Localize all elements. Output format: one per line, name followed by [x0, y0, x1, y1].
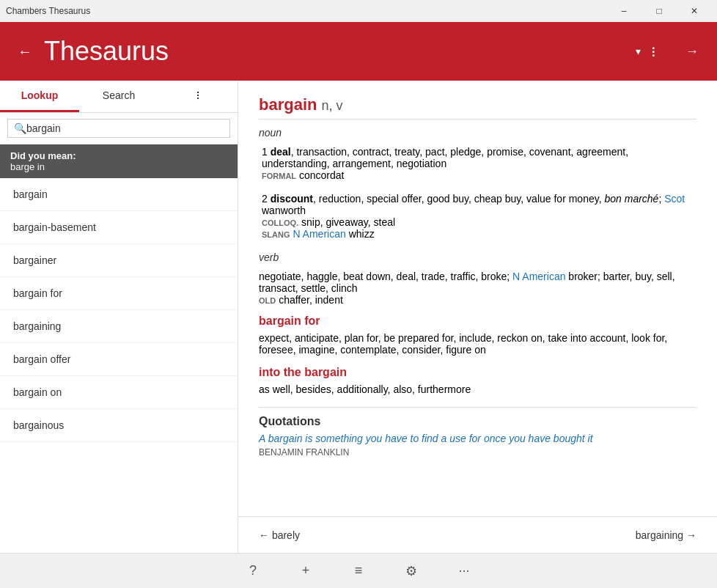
into-the-bargain-text: as well, besides, additionally, also, fu… — [259, 383, 696, 395]
content-panel: bargain n, v noun 1 deal, transaction, c… — [238, 81, 717, 553]
search-icon: 🔍 — [14, 122, 26, 134]
def1-text: , transaction, contract, treaty, pact, p… — [262, 146, 628, 169]
def2-slang-text: whizz — [349, 228, 375, 240]
nav-prev[interactable]: ← barely — [259, 529, 300, 541]
bargain-for-title: bargain for — [259, 315, 696, 328]
formal-label: FORMAL — [262, 172, 296, 180]
definition-1: 1 deal, transaction, contract, treaty, p… — [259, 146, 696, 181]
list-button[interactable]: ≡ — [344, 556, 373, 586]
tab-search-label: Search — [103, 89, 135, 101]
footer-toolbar: ? + ≡ ⚙ ··· — [0, 553, 717, 588]
forward-button[interactable]: → — [679, 38, 705, 65]
into-the-bargain-section: into the bargain as well, besides, addit… — [259, 366, 696, 395]
def1-formal-text: concordat — [299, 169, 344, 181]
bottom-navigation: ← barely bargaining → — [238, 516, 717, 553]
did-you-mean-label: Did you mean: — [10, 150, 227, 161]
def2-text: , reduction, special offer, good buy, ch… — [313, 193, 602, 205]
titlebar: Chambers Thesaurus – □ ✕ — [0, 0, 717, 22]
def2-scot-text: wanworth — [262, 205, 306, 216]
window-controls: – □ ✕ — [607, 0, 711, 22]
def2-number: 2 — [262, 193, 268, 205]
slang-label: SLANG — [262, 230, 290, 239]
list-item[interactable]: bargainer — [0, 244, 238, 277]
header-right-actions: ⫶ → — [641, 38, 705, 65]
scot-link[interactable]: Scot — [664, 193, 685, 205]
app-title-header: Thesaurus — [44, 36, 633, 67]
minimize-button[interactable]: – — [607, 0, 641, 22]
nav-next[interactable]: bargaining → — [636, 529, 696, 541]
verb-section: verb negotiate, haggle, beat down, deal,… — [259, 251, 696, 306]
more-button[interactable]: ··· — [449, 556, 479, 586]
list-item[interactable]: bargain-basement — [0, 211, 238, 244]
library-icon: ⫶ — [650, 43, 658, 60]
def2-bold-word: discount — [271, 193, 313, 205]
app-header: ← Thesaurus ▾ ⫶ → — [0, 22, 717, 81]
def1-bold-word: deal — [271, 146, 291, 158]
sidebar-tabs: Lookup Search ⫶ — [0, 81, 238, 113]
noun-label: noun — [259, 127, 696, 139]
entry-pos: n, v — [322, 98, 343, 113]
quotation-divider — [259, 407, 696, 408]
verb-old-text: chaffer, indent — [279, 294, 343, 306]
app-title: Chambers Thesaurus — [6, 6, 90, 16]
entry-content: bargain n, v noun 1 deal, transaction, c… — [238, 81, 717, 516]
library-button[interactable]: ⫶ — [641, 38, 667, 65]
definition-2: 2 discount, reduction, special offer, go… — [259, 193, 696, 240]
list-item[interactable]: bargain — [0, 178, 238, 211]
library-tab-icon: ⫶ — [195, 89, 201, 102]
dropdown-icon[interactable]: ▾ — [636, 45, 641, 57]
into-the-bargain-title: into the bargain — [259, 366, 696, 379]
tab-lookup[interactable]: Lookup — [0, 81, 79, 112]
quotations-section: Quotations A bargain is something you ha… — [259, 407, 696, 457]
colloq-label: COLLOQ. — [262, 218, 298, 227]
search-input[interactable] — [26, 122, 224, 134]
verb-text: negotiate, haggle, beat down, deal, trad… — [259, 271, 696, 306]
list-item[interactable]: bargain on — [0, 376, 238, 409]
list-item[interactable]: bargainous — [0, 409, 238, 442]
search-box: 🔍 — [0, 113, 238, 144]
suggestion-list: bargain bargain-basement bargainer barga… — [0, 178, 238, 553]
search-input-wrapper: 🔍 — [7, 119, 230, 138]
divider — [259, 119, 696, 120]
main-area: Lookup Search ⫶ 🔍 Did you mean: barge in… — [0, 81, 717, 553]
n-american-verb: N American — [512, 271, 565, 282]
add-button[interactable]: + — [291, 556, 320, 586]
quotations-title: Quotations — [259, 415, 696, 428]
quotation-author: Benjamin Franklin — [259, 447, 696, 457]
help-button[interactable]: ? — [238, 556, 268, 586]
old-label: OLD — [259, 296, 276, 305]
quotation-text: A bargain is something you have to find … — [259, 433, 696, 444]
did-you-mean-section: Did you mean: barge in — [0, 144, 238, 178]
settings-button[interactable]: ⚙ — [397, 556, 426, 586]
bargain-for-text: expect, anticipate, plan for, be prepare… — [259, 332, 696, 356]
tab-search[interactable]: Search — [79, 81, 158, 112]
verb-label: verb — [259, 251, 696, 263]
list-item[interactable]: bargain for — [0, 277, 238, 310]
back-button[interactable]: ← — [12, 38, 38, 65]
n-american-slang: N American — [293, 228, 345, 240]
maximize-button[interactable]: □ — [642, 0, 676, 22]
def2-italic: bon marché — [604, 193, 658, 205]
list-item[interactable]: bargain offer — [0, 343, 238, 376]
entry-title: bargain n, v — [259, 95, 696, 114]
did-you-mean-item[interactable]: barge in — [10, 161, 227, 172]
sidebar: Lookup Search ⫶ 🔍 Did you mean: barge in… — [0, 81, 238, 553]
list-item[interactable]: bargaining — [0, 310, 238, 343]
bargain-for-section: bargain for expect, anticipate, plan for… — [259, 315, 696, 356]
def1-number: 1 — [262, 146, 268, 158]
tab-lookup-label: Lookup — [21, 89, 59, 101]
def2-colloq-text: snip, giveaway, steal — [301, 216, 395, 228]
entry-word: bargain — [259, 95, 317, 114]
close-button[interactable]: ✕ — [677, 0, 711, 22]
tab-library[interactable]: ⫶ — [158, 81, 238, 112]
